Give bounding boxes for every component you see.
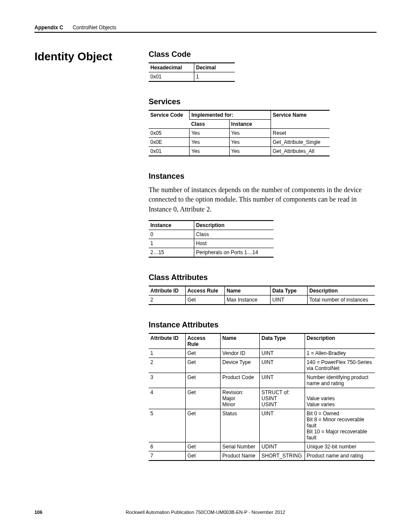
td: Get: [186, 349, 221, 358]
td: Revision: Major Minor: [221, 388, 260, 409]
td: 0x05: [149, 129, 190, 138]
td: Yes: [190, 147, 229, 156]
td: Get: [186, 358, 221, 373]
td: Device Type: [221, 358, 260, 373]
td: Get: [186, 296, 225, 305]
td: UINT: [260, 409, 305, 442]
th-impl: Implemented for:: [190, 110, 271, 120]
instances-heading: Instances: [149, 172, 377, 181]
page-header: Appendix C ControlNet Objects: [34, 23, 377, 33]
td: Reset: [271, 129, 330, 138]
th: Data Type: [260, 333, 305, 349]
td: UINT: [271, 296, 308, 305]
th-hex: Hexadecimal: [149, 63, 194, 72]
td: Yes: [190, 138, 229, 147]
td: 3: [149, 373, 186, 388]
td: Max Instance: [225, 296, 271, 305]
th: Name: [221, 333, 260, 349]
td: Yes: [229, 147, 271, 156]
td: 2: [149, 296, 186, 305]
td: 1 = Allen-Bradley: [305, 349, 375, 358]
th: Access Rule: [186, 286, 225, 296]
services-table: Service Code Implemented for: Service Na…: [149, 110, 330, 156]
td: Class: [194, 230, 274, 239]
td: Get: [186, 373, 221, 388]
td: Value varies Value varies: [305, 388, 375, 409]
th: Name: [225, 286, 271, 296]
td: 2: [149, 358, 186, 373]
th-service-name: Service Name: [271, 110, 330, 129]
td: Total number of instances: [308, 296, 375, 305]
td: 2…15: [149, 248, 194, 258]
class-attr-table: Attribute ID Access Rule Name Data Type …: [149, 286, 375, 305]
td: Peripherals on Ports 1…14: [194, 248, 274, 258]
th-class: Class: [190, 120, 229, 129]
td: UINT: [260, 373, 305, 388]
section-title: Identity Object: [34, 50, 149, 63]
class-code-table: Hexadecimal Decimal 0x01 1: [149, 62, 235, 82]
td: 5: [149, 409, 186, 442]
th: Attribute ID: [149, 333, 186, 349]
td: Serial Number: [221, 442, 260, 451]
td: 1: [149, 349, 186, 358]
td: Host: [194, 239, 274, 248]
th: Description: [308, 286, 375, 296]
td: 0x01: [149, 72, 194, 82]
td: Get: [186, 442, 221, 451]
td: Vendor ID: [221, 349, 260, 358]
td: 7: [149, 451, 186, 461]
page-footer: 106 Rockwell Automation Publication 750C…: [34, 510, 377, 515]
td: Get: [186, 388, 221, 409]
inst-attr-table: Attribute ID Access Rule Name Data Type …: [149, 333, 375, 461]
td: Get_Attributes_All: [271, 147, 330, 156]
td: 0x0E: [149, 138, 190, 147]
td: Product Name: [221, 451, 260, 461]
td: Number identifying product name and rati…: [305, 373, 375, 388]
th-desc: Description: [194, 221, 274, 230]
th: Data Type: [271, 286, 308, 296]
instances-text: The number of instances depends on the n…: [149, 185, 377, 214]
td: 4: [149, 388, 186, 409]
class-code-heading: Class Code: [149, 50, 377, 59]
td: 1: [194, 72, 235, 82]
services-heading: Services: [149, 97, 377, 106]
th-service-code: Service Code: [149, 110, 190, 129]
publication-info: Rockwell Automation Publication 750COM-U…: [34, 510, 377, 515]
td: Unique 32-bit number: [305, 442, 375, 451]
td: Get_Attribute_Single: [271, 138, 330, 147]
td: STRUCT of: USINT USINT: [260, 388, 305, 409]
page-number: 106: [34, 510, 42, 515]
appendix-title: ControlNet Objects: [73, 25, 116, 31]
td: 0x01: [149, 147, 190, 156]
td: 6: [149, 442, 186, 451]
th-instance: Instance: [149, 221, 194, 230]
td: UINT: [260, 349, 305, 358]
td: Product name and rating: [305, 451, 375, 461]
td: Yes: [229, 129, 271, 138]
td: UINT: [260, 358, 305, 373]
td: SHORT_STRING: [260, 451, 305, 461]
instances-table: Instance Description 0 Class 1 Host 2…15…: [149, 220, 274, 258]
td: UDINT: [260, 442, 305, 451]
td: Yes: [229, 138, 271, 147]
td: 1: [149, 239, 194, 248]
inst-attr-heading: Instance Attributes: [149, 320, 377, 330]
td: Get: [186, 451, 221, 461]
th-dec: Decimal: [194, 63, 235, 72]
td: Bit 0 = Owned Bit 8 = Minor recoverable …: [305, 409, 375, 442]
class-attr-heading: Class Attributes: [149, 273, 377, 282]
td: 0: [149, 230, 194, 239]
th-instance: Instance: [229, 120, 271, 129]
td: Yes: [190, 129, 229, 138]
td: Product Code: [221, 373, 260, 388]
th: Access Rule: [186, 333, 221, 349]
th: Description: [305, 333, 375, 349]
td: Get: [186, 409, 221, 442]
td: Status: [221, 409, 260, 442]
appendix-label: Appendix C: [34, 25, 63, 31]
th: Attribute ID: [149, 286, 186, 296]
td: 140 = PowerFlex 750-Series via ControlNe…: [305, 358, 375, 373]
